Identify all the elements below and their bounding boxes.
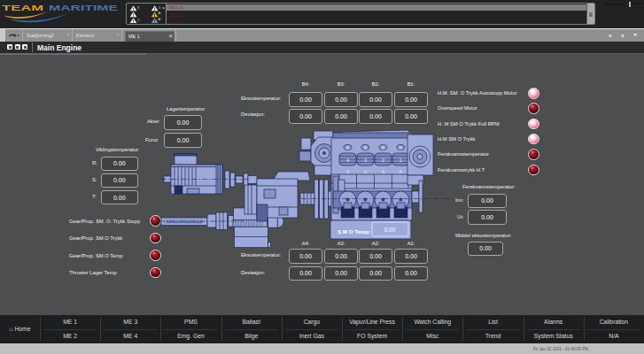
svg-text:1: 1 bbox=[400, 158, 402, 163]
svg-text:A: A bbox=[364, 169, 368, 174]
svg-text:A: A bbox=[382, 169, 385, 174]
svg-text:B: B bbox=[382, 145, 385, 150]
svg-text:2: 2 bbox=[382, 158, 384, 163]
svg-text:B: B bbox=[400, 145, 403, 150]
svg-text:Ikke besret to teknik al depot: Ikke besret to teknik al depot bbox=[167, 220, 203, 224]
svg-text:B: B bbox=[346, 145, 350, 150]
svg-text:3: 3 bbox=[364, 158, 367, 163]
svg-text:B: B bbox=[364, 145, 368, 150]
svg-text:A: A bbox=[400, 169, 403, 174]
svg-text:4: 4 bbox=[346, 158, 349, 163]
svg-text:0.00: 0.00 bbox=[384, 227, 396, 233]
svg-text:A: A bbox=[346, 169, 350, 174]
svg-text:S M O Temp:: S M O Temp: bbox=[338, 228, 370, 235]
